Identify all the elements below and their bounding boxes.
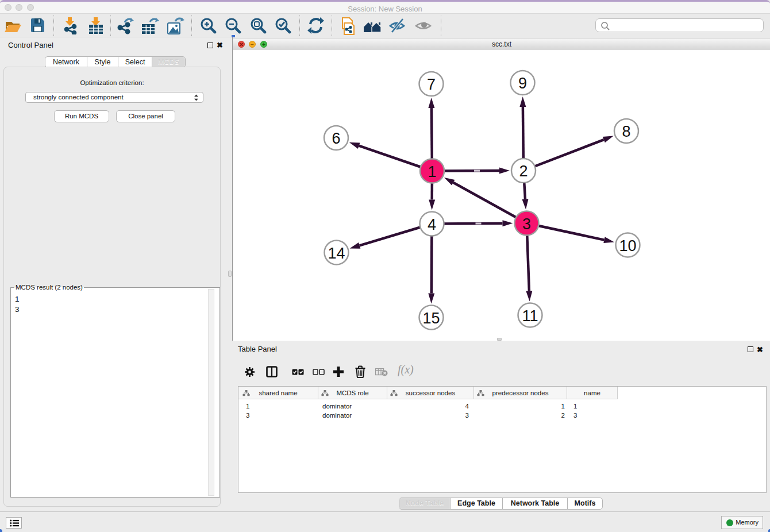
svg-text:2: 2 <box>519 163 528 180</box>
svg-text:3: 3 <box>522 215 531 233</box>
svg-text:15: 15 <box>422 310 440 327</box>
svg-text:6: 6 <box>332 130 340 147</box>
svg-text:8: 8 <box>622 123 630 140</box>
svg-text:10: 10 <box>619 237 636 255</box>
svg-text:4: 4 <box>428 216 436 233</box>
svg-text:14: 14 <box>328 245 345 262</box>
svg-text:9: 9 <box>518 75 527 92</box>
svg-text:7: 7 <box>427 76 436 93</box>
svg-text:1: 1 <box>428 163 436 180</box>
svg-text:11: 11 <box>522 307 538 325</box>
